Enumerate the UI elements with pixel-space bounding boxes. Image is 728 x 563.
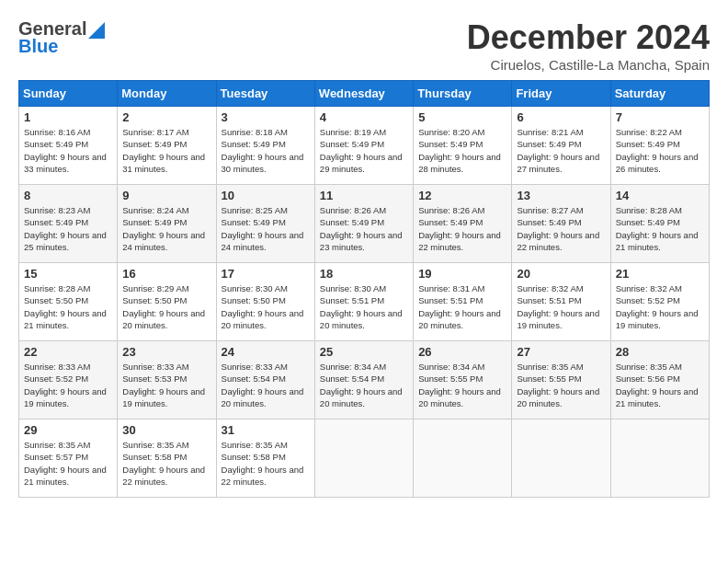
calendar-cell: 18 Sunrise: 8:30 AM Sunset: 5:51 PM Dayl… [314,263,413,341]
sunset-text: Sunset: 5:51 PM [517,294,605,306]
daylight-text: Daylight: 9 hours and 26 minutes. [616,151,704,176]
calendar-cell: 26 Sunrise: 8:34 AM Sunset: 5:55 PM Dayl… [414,341,512,419]
cell-info: Sunrise: 8:28 AM Sunset: 5:49 PM Dayligh… [616,204,704,253]
day-number: 9 [122,189,210,202]
day-number: 22 [24,345,112,359]
sunset-text: Sunset: 5:49 PM [122,216,210,228]
calendar-cell: 22 Sunrise: 8:33 AM Sunset: 5:52 PM Dayl… [19,341,118,419]
cell-info: Sunrise: 8:35 AM Sunset: 5:58 PM Dayligh… [222,439,310,488]
day-number: 1 [24,110,112,124]
sunrise-text: Sunrise: 8:18 AM [222,126,310,138]
cell-info: Sunrise: 8:33 AM Sunset: 5:53 PM Dayligh… [122,361,210,409]
day-number: 30 [122,423,210,437]
day-number: 25 [320,345,408,359]
day-number: 19 [418,267,506,281]
sunset-text: Sunset: 5:49 PM [222,138,310,150]
calendar-week-4: 22 Sunrise: 8:33 AM Sunset: 5:52 PM Dayl… [19,341,710,419]
daylight-text: Daylight: 9 hours and 29 minutes. [320,151,408,176]
sunset-text: Sunset: 5:49 PM [320,216,408,228]
calendar-cell [414,419,512,498]
daylight-text: Daylight: 9 hours and 24 minutes. [222,229,310,254]
cell-info: Sunrise: 8:32 AM Sunset: 5:51 PM Dayligh… [517,282,605,331]
calendar-cell: 7 Sunrise: 8:22 AM Sunset: 5:49 PM Dayli… [610,107,709,185]
sunset-text: Sunset: 5:49 PM [616,138,704,150]
calendar-cell: 6 Sunrise: 8:21 AM Sunset: 5:49 PM Dayli… [512,107,610,185]
calendar-week-5: 29 Sunrise: 8:35 AM Sunset: 5:57 PM Dayl… [19,419,710,498]
sunrise-text: Sunrise: 8:35 AM [517,361,605,373]
sunrise-text: Sunrise: 8:20 AM [418,126,506,138]
calendar-cell: 2 Sunrise: 8:17 AM Sunset: 5:49 PM Dayli… [118,107,216,185]
daylight-text: Daylight: 9 hours and 23 minutes. [320,229,408,254]
cell-info: Sunrise: 8:26 AM Sunset: 5:49 PM Dayligh… [320,204,408,253]
daylight-text: Daylight: 9 hours and 21 minutes. [616,229,704,254]
cell-info: Sunrise: 8:30 AM Sunset: 5:50 PM Dayligh… [222,282,310,331]
sunset-text: Sunset: 5:52 PM [24,373,112,385]
sunset-text: Sunset: 5:54 PM [320,373,408,385]
title-block: December 2024 Ciruelos, Castille-La Manc… [467,18,710,73]
sunrise-text: Sunrise: 8:32 AM [517,282,605,294]
page-header: General Blue December 2024 Ciruelos, Cas… [18,18,710,73]
daylight-text: Daylight: 9 hours and 20 minutes. [122,307,210,332]
daylight-text: Daylight: 9 hours and 24 minutes. [122,229,210,254]
cell-info: Sunrise: 8:31 AM Sunset: 5:51 PM Dayligh… [418,282,506,331]
sunset-text: Sunset: 5:51 PM [418,294,506,306]
day-number: 31 [222,423,310,437]
sunrise-text: Sunrise: 8:22 AM [616,126,704,138]
sunrise-text: Sunrise: 8:26 AM [418,204,506,216]
day-number: 10 [222,189,310,202]
sunrise-text: Sunrise: 8:24 AM [122,204,210,216]
sunset-text: Sunset: 5:50 PM [122,294,210,306]
calendar-week-1: 1 Sunrise: 8:16 AM Sunset: 5:49 PM Dayli… [19,107,710,185]
weekday-header-sunday: Sunday [19,81,118,107]
day-number: 23 [122,345,210,359]
calendar-cell: 20 Sunrise: 8:32 AM Sunset: 5:51 PM Dayl… [512,263,610,341]
weekday-header-saturday: Saturday [610,81,709,107]
calendar-cell: 19 Sunrise: 8:31 AM Sunset: 5:51 PM Dayl… [414,263,512,341]
sunrise-text: Sunrise: 8:35 AM [122,439,210,451]
cell-info: Sunrise: 8:21 AM Sunset: 5:49 PM Dayligh… [517,126,605,175]
sunrise-text: Sunrise: 8:23 AM [24,204,112,216]
sunset-text: Sunset: 5:55 PM [517,373,605,385]
calendar-cell: 3 Sunrise: 8:18 AM Sunset: 5:49 PM Dayli… [216,107,314,185]
day-number: 8 [24,189,112,202]
sunrise-text: Sunrise: 8:34 AM [320,361,408,373]
calendar-cell: 27 Sunrise: 8:35 AM Sunset: 5:55 PM Dayl… [512,341,610,419]
day-number: 5 [418,110,506,124]
cell-info: Sunrise: 8:35 AM Sunset: 5:55 PM Dayligh… [517,361,605,409]
calendar-cell: 1 Sunrise: 8:16 AM Sunset: 5:49 PM Dayli… [19,107,118,185]
sunset-text: Sunset: 5:56 PM [616,373,704,385]
calendar-cell: 14 Sunrise: 8:28 AM Sunset: 5:49 PM Dayl… [610,185,709,263]
sunrise-text: Sunrise: 8:30 AM [320,282,408,294]
calendar-table: SundayMondayTuesdayWednesdayThursdayFrid… [18,80,710,498]
daylight-text: Daylight: 9 hours and 20 minutes. [320,307,408,332]
daylight-text: Daylight: 9 hours and 22 minutes. [222,464,310,488]
calendar-week-2: 8 Sunrise: 8:23 AM Sunset: 5:49 PM Dayli… [19,185,710,263]
daylight-text: Daylight: 9 hours and 20 minutes. [418,385,506,410]
day-number: 12 [418,189,506,202]
daylight-text: Daylight: 9 hours and 22 minutes. [517,229,605,254]
sunset-text: Sunset: 5:49 PM [418,216,506,228]
daylight-text: Daylight: 9 hours and 28 minutes. [418,151,506,176]
cell-info: Sunrise: 8:33 AM Sunset: 5:54 PM Dayligh… [222,361,310,409]
sunset-text: Sunset: 5:49 PM [418,138,506,150]
sunset-text: Sunset: 5:50 PM [24,294,112,306]
calendar-cell: 17 Sunrise: 8:30 AM Sunset: 5:50 PM Dayl… [216,263,314,341]
logo: General Blue [18,18,105,57]
sunrise-text: Sunrise: 8:32 AM [616,282,704,294]
day-number: 3 [222,110,310,124]
daylight-text: Daylight: 9 hours and 21 minutes. [24,307,112,332]
day-number: 28 [616,345,704,359]
calendar-cell: 15 Sunrise: 8:28 AM Sunset: 5:50 PM Dayl… [19,263,118,341]
cell-info: Sunrise: 8:35 AM Sunset: 5:57 PM Dayligh… [24,439,112,488]
sunset-text: Sunset: 5:49 PM [320,138,408,150]
svg-marker-0 [88,22,105,39]
logo-arrow-icon [88,22,105,39]
cell-info: Sunrise: 8:23 AM Sunset: 5:49 PM Dayligh… [24,204,112,253]
daylight-text: Daylight: 9 hours and 20 minutes. [222,307,310,332]
calendar-cell: 23 Sunrise: 8:33 AM Sunset: 5:53 PM Dayl… [118,341,216,419]
daylight-text: Daylight: 9 hours and 27 minutes. [517,151,605,176]
sunrise-text: Sunrise: 8:21 AM [517,126,605,138]
daylight-text: Daylight: 9 hours and 19 minutes. [616,307,704,332]
day-number: 11 [320,189,408,202]
sunrise-text: Sunrise: 8:33 AM [122,361,210,373]
